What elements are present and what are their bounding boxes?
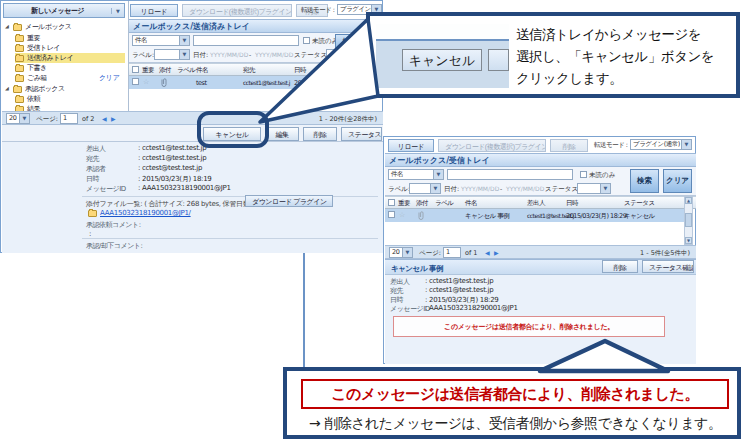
cancel-button-highlight bbox=[197, 111, 269, 148]
transfer-mode-select[interactable]: プラグイン(通常) ▼ bbox=[630, 139, 692, 150]
scroll-up-icon[interactable]: ▲ bbox=[685, 197, 692, 204]
page-input[interactable]: 1 bbox=[443, 247, 461, 258]
row-datetime: 2015/03/23(月) 18:29 bbox=[566, 212, 626, 221]
next-page-icon[interactable]: ▶ bbox=[494, 249, 499, 256]
search-button[interactable]: 検索 bbox=[630, 169, 659, 193]
pagination-bar: 20 ▼ ページ: 1 of 2 ◀ ▶ 1 - 20件(全28件中) bbox=[2, 111, 383, 125]
prev-page-icon[interactable]: ◀ bbox=[102, 115, 107, 122]
per-page-select[interactable]: 20 ▼ bbox=[389, 247, 413, 258]
sidebar-item-important[interactable]: 重要 bbox=[15, 33, 125, 43]
transfer-mode-value: プラグイン(通常) bbox=[631, 140, 681, 149]
folder-icon bbox=[15, 55, 24, 62]
date-to-placeholder[interactable]: YYYY/MM/DD bbox=[255, 51, 293, 58]
reload-button[interactable]: リロード bbox=[388, 139, 434, 152]
column-to[interactable]: 宛先 bbox=[243, 66, 255, 75]
tree-expand-icon[interactable]: ◢ bbox=[5, 23, 8, 29]
search-input[interactable] bbox=[447, 169, 573, 180]
deleted-message-highlight-text: このメッセージは送信者都合により、削除されました。 bbox=[331, 385, 699, 404]
delete-message-button[interactable]: 削除 bbox=[602, 260, 638, 273]
row-checkbox[interactable] bbox=[388, 211, 395, 218]
per-page-select[interactable]: 20 ▼ bbox=[6, 113, 30, 124]
column-status[interactable]: ステータス bbox=[624, 199, 655, 208]
row-checkbox[interactable] bbox=[132, 78, 139, 85]
search-field-select[interactable]: 件名 ▼ bbox=[132, 35, 190, 46]
page-input[interactable]: 1 bbox=[60, 113, 78, 124]
star-icon[interactable]: ☆ bbox=[399, 211, 405, 219]
detail-subject-title: キャンセル 事例 bbox=[391, 264, 443, 274]
unread-only-checkbox[interactable] bbox=[303, 37, 310, 44]
delete-message-button[interactable]: 削除 bbox=[303, 127, 337, 141]
sidebar-item-drafts[interactable]: 下書き bbox=[15, 63, 125, 73]
select-all-checkbox[interactable] bbox=[388, 199, 395, 206]
chevron-down-icon[interactable]: ▼ bbox=[111, 8, 124, 14]
sidebar-item-label: 送信済みトレイ bbox=[27, 53, 73, 63]
sidebar-item-inbox[interactable]: 受信トレイ bbox=[15, 43, 125, 53]
status-check-button[interactable]: ステータス確認 bbox=[341, 127, 382, 141]
column-label[interactable]: ラベル bbox=[435, 199, 453, 208]
message-row[interactable]: ☆ test cctest1@test.test.j 2015/03/23(月)… bbox=[129, 76, 383, 89]
attachment-link[interactable]: AAA15032318190001@JP1/ bbox=[100, 209, 191, 217]
next-page-icon[interactable]: ▶ bbox=[111, 115, 116, 122]
column-attach[interactable]: 添付 bbox=[159, 66, 171, 75]
deleted-notice-box: このメッセージは送信者都合により、削除されました。 bbox=[393, 316, 665, 337]
sidebar-item-approval-box[interactable]: ◢ 承認ボックス bbox=[5, 84, 125, 94]
date-from-placeholder[interactable]: YYYY/MM/DD bbox=[210, 51, 248, 58]
star-icon[interactable]: ☆ bbox=[143, 78, 149, 86]
column-label[interactable]: ラベル bbox=[177, 66, 195, 75]
scrollbar-thumb[interactable] bbox=[685, 213, 692, 227]
from-label: 差出人 bbox=[86, 144, 106, 154]
sidebar-item-mailbox[interactable]: ◢ メールボックス bbox=[5, 22, 125, 32]
transfer-mode-label: 転送モード : bbox=[594, 141, 628, 150]
search-field-select[interactable]: 件名 ▼ bbox=[388, 169, 444, 180]
status-check-button[interactable]: ステータス確認 bbox=[642, 260, 694, 273]
label-filter-select[interactable]: ▼ bbox=[409, 183, 441, 194]
sidebar-item-trash[interactable]: ごみ箱 クリア bbox=[15, 73, 125, 83]
deleted-notice-text: このメッセージは送信者都合により、削除されました。 bbox=[444, 322, 614, 332]
search-button[interactable]: 検索 bbox=[335, 34, 365, 49]
to-value: : cctest1@test.test.jp bbox=[425, 286, 493, 294]
prev-page-icon[interactable]: ◀ bbox=[485, 249, 490, 256]
trash-clear-link[interactable]: クリア bbox=[99, 73, 120, 83]
status-filter-select[interactable]: ▼ bbox=[577, 183, 611, 194]
column-subject[interactable]: 件名 bbox=[196, 66, 208, 75]
attachment-download-button[interactable]: ダウンロード プラグイン bbox=[245, 195, 333, 207]
clear-button[interactable]: クリア bbox=[663, 169, 692, 193]
callout-text-line3: クリックします。 bbox=[516, 70, 622, 88]
search-input[interactable] bbox=[193, 35, 299, 46]
row-status: キャンセル bbox=[624, 212, 655, 221]
column-subject[interactable]: 件名 bbox=[465, 199, 477, 208]
list-scrollbar[interactable]: ▲ ▼ bbox=[684, 196, 693, 245]
sidebar-item-label: 受信トレイ bbox=[27, 43, 60, 53]
column-important[interactable]: 重要 bbox=[398, 199, 410, 208]
date-to-placeholder[interactable]: YYYY/MM/DD bbox=[506, 185, 544, 192]
approver-value: : cctest@test.test.jp bbox=[138, 164, 202, 172]
chevron-down-icon: ▼ bbox=[600, 184, 610, 193]
tree-expand-icon[interactable]: ◢ bbox=[5, 85, 8, 91]
reload-button[interactable]: リロード bbox=[130, 4, 178, 17]
new-message-button[interactable]: 新しいメッセージ ▼ bbox=[3, 3, 125, 18]
edit-button[interactable]: 編集 bbox=[265, 127, 299, 141]
status-filter-select[interactable]: ▼ bbox=[326, 49, 363, 60]
message-row[interactable]: ☆ キャンセル 事例 cctest1@test.test.j 2015/03/2… bbox=[385, 209, 684, 222]
folder-icon bbox=[15, 65, 24, 72]
column-from[interactable]: 差出人 bbox=[527, 199, 545, 208]
message-id-label: メッセージID bbox=[390, 304, 430, 314]
message-id-value: : AAA15032318190001@JP1 bbox=[138, 184, 231, 192]
sidebar-item-sent-tray[interactable]: 送信済みトレイ bbox=[15, 53, 125, 63]
column-attach[interactable]: 添付 bbox=[416, 199, 428, 208]
message-detail-pane: 差出人 : cctest1@test.test.jp 宛先 : cctest1@… bbox=[2, 142, 383, 253]
label-filter-select[interactable]: ▼ bbox=[154, 49, 190, 60]
folder-icon bbox=[15, 96, 24, 103]
date-from-placeholder[interactable]: YYYY/MM/DD bbox=[461, 185, 499, 192]
sidebar-item-requests[interactable]: 依頼 bbox=[15, 94, 125, 104]
column-important[interactable]: 重要 bbox=[142, 66, 154, 75]
unread-only-checkbox[interactable] bbox=[580, 171, 587, 178]
download-plugin-button: ダウンロード(複数選択)プラグイン bbox=[438, 139, 546, 152]
row-subject: test bbox=[196, 79, 206, 87]
scroll-down-icon[interactable]: ▼ bbox=[685, 237, 692, 244]
select-all-checkbox[interactable] bbox=[132, 66, 139, 73]
search-field-value: 件名 bbox=[133, 36, 179, 45]
column-datetime[interactable]: 日時 bbox=[566, 199, 578, 208]
sidebar-item-label: 承認ボックス bbox=[25, 84, 65, 94]
column-datetime[interactable]: 日時 bbox=[294, 66, 306, 75]
